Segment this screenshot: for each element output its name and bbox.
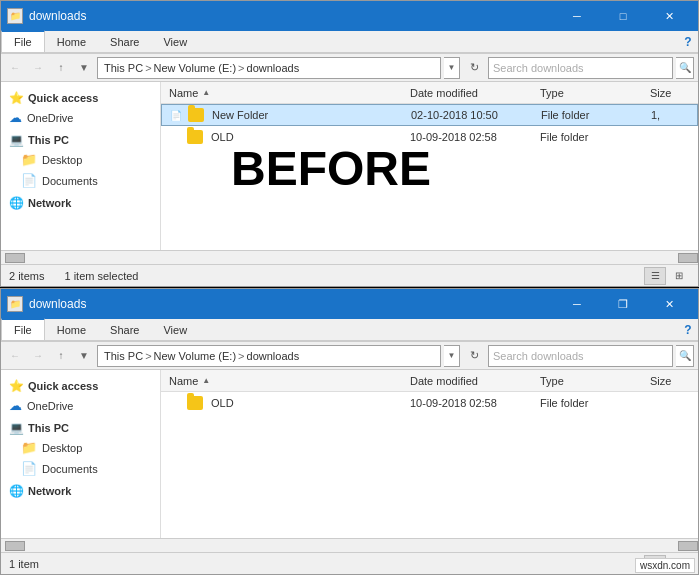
details-view-button[interactable]: ☰	[644, 267, 666, 285]
minimize-button[interactable]: ─	[554, 1, 600, 31]
path-dropdown[interactable]: ▼	[444, 57, 460, 79]
search-input-after[interactable]: Search downloads	[488, 345, 673, 367]
col-header-name[interactable]: Name ▲	[161, 87, 406, 99]
tab-share[interactable]: Share	[98, 31, 151, 52]
tab-view[interactable]: View	[151, 31, 199, 52]
help-icon-after[interactable]: ?	[678, 319, 698, 341]
sidebar-item-onedrive[interactable]: ☁ OneDrive	[1, 107, 160, 128]
search-placeholder-after: Search downloads	[493, 350, 584, 362]
sidebar-item-desktop[interactable]: 📁 Desktop	[1, 149, 160, 170]
tab-view-after[interactable]: View	[151, 319, 199, 340]
sidebar-item-documents[interactable]: 📄 Documents	[1, 170, 160, 191]
tab-share-after[interactable]: Share	[98, 319, 151, 340]
refresh-button-after[interactable]: ↻	[463, 345, 485, 367]
table-row[interactable]: OLD 10-09-2018 02:58 File folder	[161, 126, 698, 148]
recent-button-after[interactable]: ▼	[74, 346, 94, 366]
sidebar-item-thispc-after[interactable]: 💻 This PC	[1, 416, 160, 437]
forward-button[interactable]: →	[28, 58, 48, 78]
status-bar-after: 1 item ☰ ⊞	[1, 552, 698, 574]
path-dropdown-after[interactable]: ▼	[444, 345, 460, 367]
star-icon-after: ⭐	[9, 379, 24, 393]
restore-button-after[interactable]: ❐	[600, 289, 646, 319]
doc-icon-after: 📄	[21, 461, 37, 476]
back-button-after[interactable]: ←	[5, 346, 25, 366]
status-selected: 1 item selected	[64, 270, 138, 282]
col-header-size[interactable]: Size	[646, 87, 698, 99]
col-header-date[interactable]: Date modified	[406, 87, 536, 99]
minimize-button-after[interactable]: ─	[554, 289, 600, 319]
up-button[interactable]: ↑	[51, 58, 71, 78]
search-icon-after[interactable]: 🔍	[676, 345, 694, 367]
file-type-cell-after: File folder	[536, 397, 646, 409]
file-list-after: Name ▲ Date modified Type Size OLD 10-09…	[161, 370, 698, 538]
maximize-button[interactable]: □	[600, 1, 646, 31]
sidebar-item-network[interactable]: 🌐 Network	[1, 191, 160, 212]
table-row[interactable]: 📄 New Folder 02-10-2018 10:50 File folde…	[161, 104, 698, 126]
scrollbar-area-after	[25, 541, 678, 551]
close-button-after[interactable]: ✕	[646, 289, 692, 319]
sidebar-item-documents-after[interactable]: 📄 Documents	[1, 458, 160, 479]
sidebar-item-network-after[interactable]: 🌐 Network	[1, 479, 160, 500]
tab-home[interactable]: Home	[45, 31, 98, 52]
col-header-date-after[interactable]: Date modified	[406, 375, 536, 387]
address-bar-before: ← → ↑ ▼ This PC > New Volume (E:) > down…	[1, 54, 698, 82]
search-icon[interactable]: 🔍	[676, 57, 694, 79]
back-button[interactable]: ←	[5, 58, 25, 78]
path-sep1-after: >	[145, 350, 151, 362]
sidebar-item-quickaccess[interactable]: ⭐ Quick access	[1, 86, 160, 107]
path-thispc-after: This PC	[104, 350, 143, 362]
h-scrollbar-before[interactable]	[1, 250, 698, 264]
address-path[interactable]: This PC > New Volume (E:) > downloads	[97, 57, 441, 79]
window-after: 📁 downloads ─ ❐ ✕ File Home Share View ?…	[0, 288, 699, 575]
cloud-icon-after: ☁	[9, 398, 22, 413]
path-volume-after: New Volume (E:)	[154, 350, 237, 362]
col-header-name-after[interactable]: Name ▲	[161, 375, 406, 387]
ribbon-tabs-after: File Home Share View ?	[1, 319, 698, 341]
col-header-size-after[interactable]: Size	[646, 375, 698, 387]
ribbon-after: File Home Share View ?	[1, 319, 698, 342]
sidebar-item-quickaccess-after[interactable]: ⭐ Quick access	[1, 374, 160, 395]
table-row[interactable]: OLD 10-09-2018 02:58 File folder	[161, 392, 698, 414]
file-type-cell: File folder	[536, 131, 646, 143]
path-downloads: downloads	[247, 62, 300, 74]
tab-home-after[interactable]: Home	[45, 319, 98, 340]
sidebar-after: ⭐ Quick access ☁ OneDrive 💻 This PC 📁 De…	[1, 370, 161, 538]
folder-icon-after	[187, 396, 203, 410]
forward-button-after[interactable]: →	[28, 346, 48, 366]
title-bar-icons-after: 📁	[7, 296, 23, 312]
cloud-icon: ☁	[9, 110, 22, 125]
sidebar-label-network-after: Network	[28, 485, 71, 497]
path-sep2-after: >	[238, 350, 244, 362]
tab-file-after[interactable]: File	[1, 318, 45, 340]
sidebar-item-onedrive-after[interactable]: ☁ OneDrive	[1, 395, 160, 416]
window-title-after: downloads	[29, 297, 554, 311]
network-icon-after: 🌐	[9, 484, 24, 498]
sidebar-label-documents: Documents	[42, 175, 98, 187]
path-downloads-after: downloads	[247, 350, 300, 362]
sidebar-item-desktop-after[interactable]: 📁 Desktop	[1, 437, 160, 458]
address-path-after[interactable]: This PC > New Volume (E:) > downloads	[97, 345, 441, 367]
title-bar-after: 📁 downloads ─ ❐ ✕	[1, 289, 698, 319]
recent-button[interactable]: ▼	[74, 58, 94, 78]
close-button[interactable]: ✕	[646, 1, 692, 31]
file-date-cell-after: 10-09-2018 02:58	[406, 397, 536, 409]
path-sep2: >	[238, 62, 244, 74]
refresh-button[interactable]: ↻	[463, 57, 485, 79]
sidebar-item-thispc[interactable]: 💻 This PC	[1, 128, 160, 149]
search-placeholder: Search downloads	[493, 62, 584, 74]
scrollbar-area	[25, 253, 678, 263]
status-count-after: 1 item	[9, 558, 39, 570]
sort-icon-after: ▲	[202, 376, 210, 385]
up-button-after[interactable]: ↑	[51, 346, 71, 366]
help-icon[interactable]: ?	[678, 31, 698, 53]
col-header-type[interactable]: Type	[536, 87, 646, 99]
scrollbar-right	[678, 253, 698, 263]
title-bar-before: 📁 downloads ─ □ ✕	[1, 1, 698, 31]
h-scrollbar-after[interactable]	[1, 538, 698, 552]
tab-file[interactable]: File	[1, 30, 45, 52]
view-controls: ☰ ⊞	[644, 267, 690, 285]
star-icon: ⭐	[9, 91, 24, 105]
col-header-type-after[interactable]: Type	[536, 375, 646, 387]
large-icons-button[interactable]: ⊞	[668, 267, 690, 285]
search-input-before[interactable]: Search downloads	[488, 57, 673, 79]
